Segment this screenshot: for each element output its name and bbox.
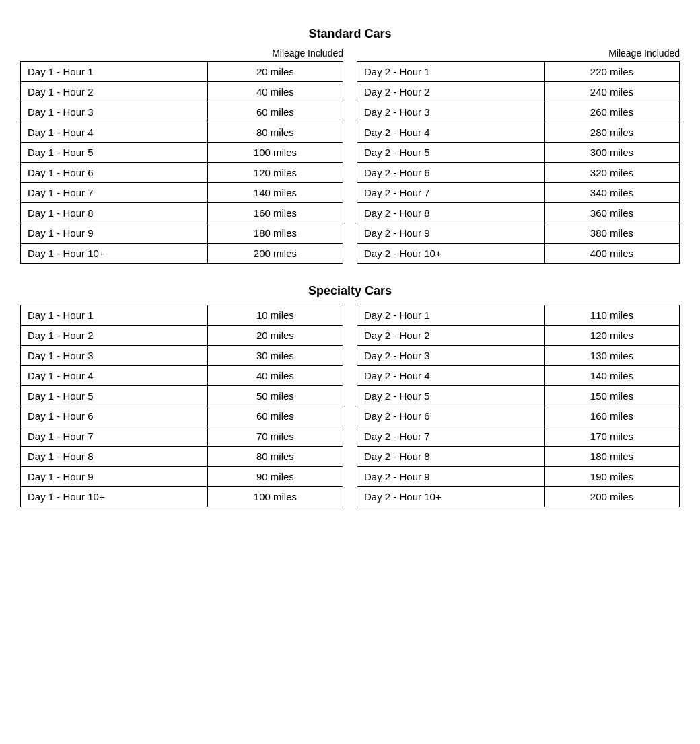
row-value: 70 miles <box>207 426 343 447</box>
standard-cars-title: Standard Cars <box>20 27 680 41</box>
row-value: 80 miles <box>207 122 343 143</box>
row-value: 140 miles <box>207 183 343 203</box>
row-label: Day 1 - Hour 6 <box>21 406 208 426</box>
standard-cars-section: Standard Cars Mileage Included Day 1 - H… <box>20 27 680 264</box>
row-label: Day 1 - Hour 10+ <box>21 244 208 264</box>
row-value: 10 miles <box>207 305 343 326</box>
row-label: Day 2 - Hour 3 <box>357 102 545 122</box>
specialty-cars-tables: Day 1 - Hour 110 milesDay 1 - Hour 220 m… <box>20 305 680 507</box>
row-label: Day 1 - Hour 6 <box>21 163 208 183</box>
row-value: 200 miles <box>544 487 679 507</box>
table-row: Day 1 - Hour 9180 miles <box>21 223 343 244</box>
table-row: Day 2 - Hour 5300 miles <box>357 143 680 163</box>
row-value: 90 miles <box>207 467 343 487</box>
row-label: Day 2 - Hour 7 <box>357 426 545 447</box>
row-label: Day 1 - Hour 3 <box>21 346 208 366</box>
row-label: Day 2 - Hour 8 <box>357 447 545 467</box>
table-row: Day 1 - Hour 5100 miles <box>21 143 343 163</box>
table-row: Day 1 - Hour 220 miles <box>21 326 343 346</box>
row-value: 320 miles <box>544 163 679 183</box>
row-label: Day 2 - Hour 10+ <box>357 487 545 507</box>
table-row: Day 2 - Hour 3130 miles <box>357 346 680 366</box>
row-label: Day 2 - Hour 1 <box>357 305 545 326</box>
row-label: Day 1 - Hour 7 <box>21 183 208 203</box>
table-row: Day 1 - Hour 880 miles <box>21 447 343 467</box>
table-row: Day 1 - Hour 360 miles <box>21 102 343 122</box>
row-label: Day 2 - Hour 1 <box>357 62 545 82</box>
row-value: 180 miles <box>207 223 343 244</box>
row-label: Day 2 - Hour 9 <box>357 467 545 487</box>
row-label: Day 1 - Hour 1 <box>21 62 208 82</box>
table-row: Day 1 - Hour 480 miles <box>21 122 343 143</box>
row-label: Day 2 - Hour 10+ <box>357 244 545 264</box>
row-label: Day 1 - Hour 1 <box>21 305 208 326</box>
table-row: Day 2 - Hour 9380 miles <box>357 223 680 244</box>
row-value: 240 miles <box>544 82 679 102</box>
row-label: Day 2 - Hour 5 <box>357 386 545 406</box>
row-value: 120 miles <box>207 163 343 183</box>
standard-day2-table: Day 2 - Hour 1220 milesDay 2 - Hour 2240… <box>357 61 680 264</box>
standard-day2-mileage-header: Mileage Included <box>608 48 680 59</box>
row-value: 340 miles <box>544 183 679 203</box>
table-row: Day 1 - Hour 660 miles <box>21 406 343 426</box>
row-value: 170 miles <box>544 426 679 447</box>
table-row: Day 1 - Hour 7140 miles <box>21 183 343 203</box>
row-label: Day 1 - Hour 8 <box>21 447 208 467</box>
row-label: Day 2 - Hour 8 <box>357 203 545 223</box>
row-value: 190 miles <box>544 467 679 487</box>
specialty-day1-wrapper: Day 1 - Hour 110 milesDay 1 - Hour 220 m… <box>20 305 343 507</box>
row-value: 40 miles <box>207 82 343 102</box>
row-value: 140 miles <box>544 366 679 386</box>
row-label: Day 1 - Hour 8 <box>21 203 208 223</box>
row-label: Day 1 - Hour 5 <box>21 143 208 163</box>
row-label: Day 2 - Hour 9 <box>357 223 545 244</box>
table-row: Day 1 - Hour 330 miles <box>21 346 343 366</box>
table-row: Day 2 - Hour 4140 miles <box>357 366 680 386</box>
row-label: Day 1 - Hour 7 <box>21 426 208 447</box>
row-value: 60 miles <box>207 102 343 122</box>
row-value: 20 miles <box>207 326 343 346</box>
specialty-day2-wrapper: Day 2 - Hour 1110 milesDay 2 - Hour 2120… <box>357 305 680 507</box>
standard-day1-table: Day 1 - Hour 120 milesDay 1 - Hour 240 m… <box>20 61 343 264</box>
row-value: 40 miles <box>207 366 343 386</box>
row-value: 60 miles <box>207 406 343 426</box>
row-value: 110 miles <box>544 305 679 326</box>
row-value: 30 miles <box>207 346 343 366</box>
row-value: 20 miles <box>207 62 343 82</box>
row-label: Day 1 - Hour 4 <box>21 366 208 386</box>
table-row: Day 1 - Hour 550 miles <box>21 386 343 406</box>
row-label: Day 1 - Hour 3 <box>21 102 208 122</box>
table-row: Day 2 - Hour 8360 miles <box>357 203 680 223</box>
row-value: 100 miles <box>207 487 343 507</box>
table-row: Day 2 - Hour 7170 miles <box>357 426 680 447</box>
table-row: Day 2 - Hour 5150 miles <box>357 386 680 406</box>
table-row: Day 1 - Hour 110 miles <box>21 305 343 326</box>
table-row: Day 1 - Hour 990 miles <box>21 467 343 487</box>
row-label: Day 2 - Hour 5 <box>357 143 545 163</box>
standard-day1-mileage-header: Mileage Included <box>272 48 343 59</box>
row-label: Day 2 - Hour 7 <box>357 183 545 203</box>
row-label: Day 1 - Hour 9 <box>21 223 208 244</box>
row-value: 120 miles <box>544 326 679 346</box>
specialty-day2-table: Day 2 - Hour 1110 milesDay 2 - Hour 2120… <box>357 305 680 507</box>
row-label: Day 1 - Hour 10+ <box>21 487 208 507</box>
standard-cars-tables: Mileage Included Day 1 - Hour 120 milesD… <box>20 48 680 264</box>
table-row: Day 2 - Hour 2120 miles <box>357 326 680 346</box>
table-row: Day 2 - Hour 9190 miles <box>357 467 680 487</box>
table-row: Day 2 - Hour 1110 miles <box>357 305 680 326</box>
row-value: 50 miles <box>207 386 343 406</box>
standard-day1-wrapper: Mileage Included Day 1 - Hour 120 milesD… <box>20 48 343 264</box>
table-row: Day 1 - Hour 8160 miles <box>21 203 343 223</box>
row-label: Day 2 - Hour 4 <box>357 366 545 386</box>
row-value: 150 miles <box>544 386 679 406</box>
table-row: Day 1 - Hour 240 miles <box>21 82 343 102</box>
standard-day2-wrapper: Mileage Included Day 2 - Hour 1220 miles… <box>357 48 680 264</box>
table-row: Day 2 - Hour 6160 miles <box>357 406 680 426</box>
row-value: 360 miles <box>544 203 679 223</box>
table-row: Day 2 - Hour 3260 miles <box>357 102 680 122</box>
table-row: Day 2 - Hour 7340 miles <box>357 183 680 203</box>
table-row: Day 2 - Hour 2240 miles <box>357 82 680 102</box>
row-label: Day 1 - Hour 2 <box>21 82 208 102</box>
row-value: 380 miles <box>544 223 679 244</box>
row-label: Day 1 - Hour 2 <box>21 326 208 346</box>
